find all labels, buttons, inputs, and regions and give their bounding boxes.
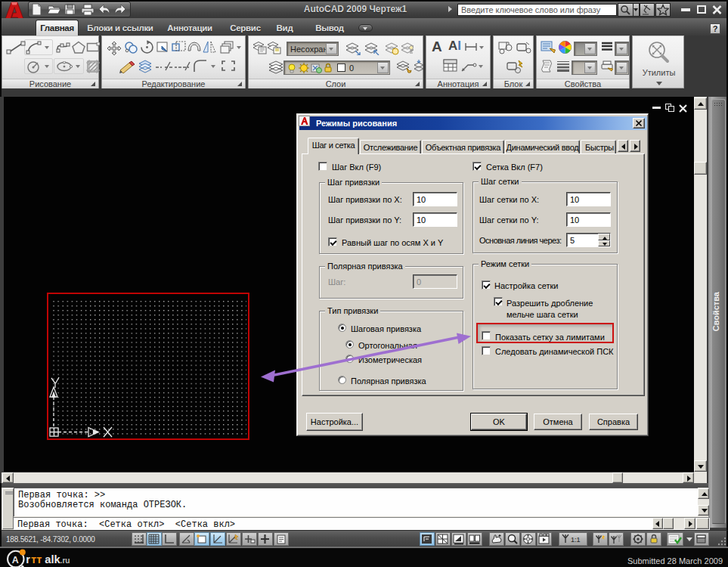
svg-text:alk: alk bbox=[45, 553, 60, 565]
svg-text:r: r bbox=[26, 553, 30, 565]
svg-text:тт: тт bbox=[31, 553, 42, 565]
svg-text:.ru: .ru bbox=[60, 556, 70, 565]
svg-text:A: A bbox=[12, 555, 19, 565]
svg-text:1:1: 1:1 bbox=[571, 536, 581, 544]
